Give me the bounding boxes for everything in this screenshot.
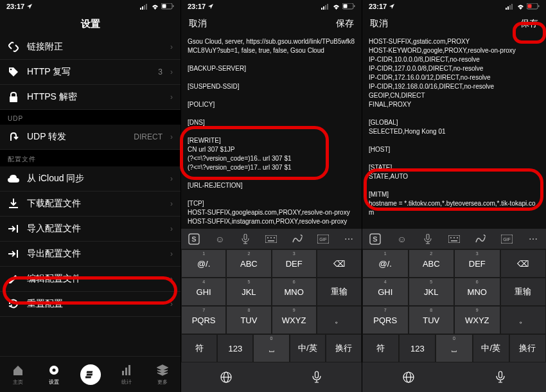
- kb-mic-icon[interactable]: [233, 229, 258, 249]
- row-import-config[interactable]: 导入配置文件 ›: [0, 217, 181, 242]
- settings-panel: 23:17 设置 链接附正 › HTTP 复写 3 › HTTPS 解密 ›: [0, 0, 181, 392]
- row-reset-config[interactable]: 重置配置 ›: [0, 292, 181, 317]
- svg-rect-5: [163, 4, 166, 8]
- key-[interactable]: 中/英: [290, 334, 326, 362]
- key-pqrs[interactable]: 7PQRS: [181, 306, 226, 334]
- key-123[interactable]: 123: [399, 334, 436, 362]
- kb-gif-icon[interactable]: GIF: [493, 229, 520, 249]
- tab-more[interactable]: 更多: [145, 357, 181, 392]
- key-abc[interactable]: 2ABC: [226, 249, 271, 278]
- svg-rect-1: [142, 6, 143, 10]
- kb-keyboard-icon[interactable]: [258, 229, 284, 249]
- chevron-right-icon: ›: [170, 174, 173, 183]
- config-textarea[interactable]: HOST-SUFFIX,gstatic.com,PROXY HOST-KEYWO…: [362, 35, 546, 227]
- key-def[interactable]: 3DEF: [272, 249, 317, 278]
- kb-handwrite-icon[interactable]: [285, 229, 310, 249]
- save-button[interactable]: 保存: [336, 18, 354, 30]
- svg-rect-14: [321, 8, 322, 10]
- kb-emoji-icon[interactable]: ☺: [389, 229, 415, 249]
- wifi-icon: [151, 4, 159, 10]
- svg-rect-2: [144, 5, 145, 10]
- key-mno[interactable]: 6MNO: [272, 278, 317, 306]
- key-mno[interactable]: 6MNO: [454, 278, 500, 306]
- tab-settings[interactable]: 设置: [36, 357, 72, 392]
- key-[interactable]: 1@/.: [362, 249, 409, 278]
- row-https-decrypt[interactable]: HTTPS 解密 ›: [0, 85, 181, 110]
- svg-text:GIF: GIF: [503, 237, 511, 242]
- key-123[interactable]: 123: [217, 334, 253, 362]
- kb-sogou-icon[interactable]: S: [362, 229, 389, 249]
- row-label: 链接附正: [27, 41, 163, 53]
- key-[interactable]: 换行: [509, 334, 546, 362]
- svg-point-7: [10, 69, 12, 71]
- status-time: 23:17: [188, 3, 206, 10]
- row-edit-config[interactable]: 编辑配置文件 ›: [0, 267, 181, 292]
- wifi-icon: [332, 4, 340, 10]
- key-[interactable]: 。: [500, 306, 547, 334]
- globe-button[interactable]: [362, 371, 454, 384]
- row-icloud-sync[interactable]: 从 iCloud 同步 ›: [0, 166, 181, 192]
- config-textarea[interactable]: Gsou Cloud, server, https://sub.gsou.wor…: [181, 35, 362, 227]
- key-[interactable]: 符: [181, 334, 217, 362]
- status-bar: 23:17: [0, 0, 181, 13]
- dictate-button[interactable]: [454, 371, 546, 384]
- row-http-rewrite[interactable]: HTTP 复写 3 ›: [0, 60, 181, 85]
- svg-rect-44: [427, 234, 429, 240]
- globe-button[interactable]: [181, 371, 272, 384]
- row-link-fix[interactable]: 链接附正 ›: [0, 35, 181, 60]
- key-ghi[interactable]: 4GHI: [181, 278, 226, 306]
- key-[interactable]: 换行: [326, 334, 362, 362]
- key-jkl[interactable]: 5JKL: [226, 278, 271, 306]
- svg-point-27: [274, 237, 275, 238]
- svg-text:GIF: GIF: [319, 237, 327, 242]
- kb-sogou-icon[interactable]: S: [181, 229, 207, 249]
- kb-mic-icon[interactable]: [415, 229, 441, 249]
- key-ghi[interactable]: 4GHI: [362, 278, 409, 306]
- key-wxyz[interactable]: 9WXYZ: [454, 306, 500, 334]
- key-jkl[interactable]: 5JKL: [409, 278, 455, 306]
- key-tuv[interactable]: 8TUV: [226, 306, 271, 334]
- cancel-button[interactable]: 取消: [189, 18, 207, 30]
- key-[interactable]: ⌫: [317, 249, 362, 278]
- chevron-right-icon: ›: [170, 274, 173, 283]
- key-[interactable]: 1@/.: [181, 249, 226, 278]
- kb-emoji-icon[interactable]: ☺: [207, 229, 233, 249]
- key-pqrs[interactable]: 7PQRS: [362, 306, 409, 334]
- key-[interactable]: 符: [362, 334, 399, 362]
- tab-home[interactable]: 主页: [0, 357, 36, 392]
- kb-keyboard-icon[interactable]: [441, 229, 468, 249]
- key-tuv[interactable]: 8TUV: [409, 306, 455, 334]
- save-button[interactable]: 保存: [520, 18, 538, 30]
- row-label: 重置配置: [27, 298, 163, 310]
- key-[interactable]: 0⎵: [436, 334, 472, 362]
- svg-rect-11: [122, 371, 124, 375]
- keyboard-row-1: 1@/.2ABC3DEF⌫: [362, 249, 546, 278]
- dictate-button[interactable]: [272, 371, 362, 384]
- cancel-button[interactable]: 取消: [370, 18, 388, 30]
- kb-handwrite-icon[interactable]: [467, 229, 493, 249]
- svg-rect-6: [173, 5, 174, 7]
- key-[interactable]: 0⎵: [253, 334, 289, 362]
- key-def[interactable]: 3DEF: [454, 249, 500, 278]
- key-[interactable]: 重输: [500, 278, 547, 306]
- signal-icon: [321, 4, 330, 10]
- tab-center[interactable]: [72, 357, 108, 392]
- editor-header: 取消 保存: [181, 13, 362, 35]
- tab-label: 设置: [49, 379, 59, 386]
- kb-gif-icon[interactable]: GIF: [310, 229, 336, 249]
- key-[interactable]: 重输: [317, 278, 362, 306]
- key-abc[interactable]: 2ABC: [409, 249, 455, 278]
- row-export-config[interactable]: 导出配置文件 ›: [0, 242, 181, 267]
- kb-more-icon[interactable]: ⋯: [336, 229, 362, 249]
- keyboard-toolbar: S ☺ GIF ⋯: [181, 229, 362, 249]
- row-download-config[interactable]: 下载配置文件 ›: [0, 192, 181, 217]
- row-udp-forward[interactable]: UDP 转发 DIRECT ›: [0, 125, 181, 150]
- tab-stats[interactable]: 统计: [109, 357, 145, 392]
- svg-rect-16: [325, 5, 326, 10]
- kb-more-icon[interactable]: ⋯: [520, 229, 546, 249]
- keyboard-row-1: 1@/.2ABC3DEF⌫: [181, 249, 362, 278]
- key-wxyz[interactable]: 9WXYZ: [272, 306, 317, 334]
- key-[interactable]: 中/英: [473, 334, 509, 362]
- key-[interactable]: 。: [317, 306, 362, 334]
- key-[interactable]: ⌫: [500, 249, 547, 278]
